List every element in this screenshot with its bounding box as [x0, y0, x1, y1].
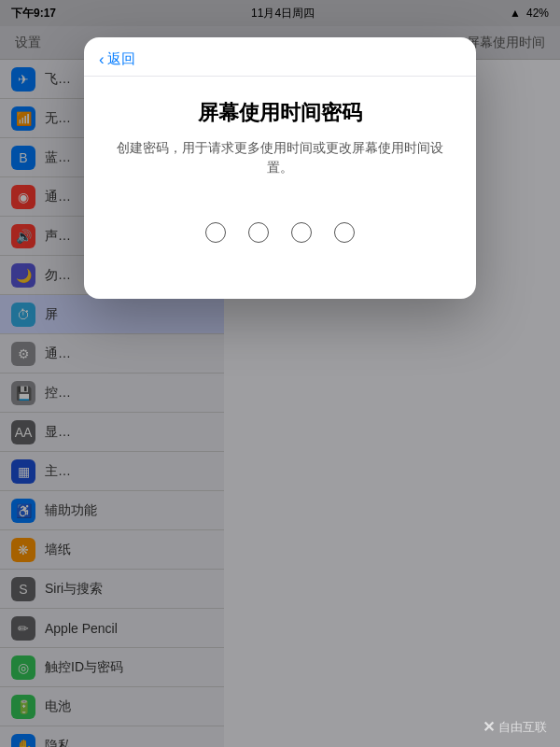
back-button[interactable]: ‹ 返回 [99, 50, 135, 68]
modal-title: 屏幕使用时间密码 [114, 99, 446, 127]
passcode-modal: ‹ 返回 屏幕使用时间密码 创建密码，用于请求更多使用时间或更改屏幕使用时间设置… [84, 37, 476, 299]
pin-input-dots[interactable] [114, 222, 446, 243]
modal-body: 屏幕使用时间密码 创建密码，用于请求更多使用时间或更改屏幕使用时间设置。 [84, 77, 476, 299]
back-label: 返回 [107, 50, 135, 68]
pin-dot-2 [248, 222, 269, 243]
modal-overlay: ‹ 返回 屏幕使用时间密码 创建密码，用于请求更多使用时间或更改屏幕使用时间设置… [0, 0, 560, 747]
modal-header: ‹ 返回 [84, 37, 476, 77]
watermark-x-icon: ✕ [483, 718, 495, 736]
back-chevron-icon: ‹ [99, 51, 105, 67]
watermark: ✕ 自由互联 [483, 718, 547, 736]
modal-subtitle: 创建密码，用于请求更多使用时间或更改屏幕使用时间设置。 [114, 138, 446, 177]
pin-dot-1 [205, 222, 226, 243]
watermark-text: 自由互联 [498, 719, 547, 736]
pin-dot-4 [334, 222, 355, 243]
pin-dot-3 [291, 222, 312, 243]
